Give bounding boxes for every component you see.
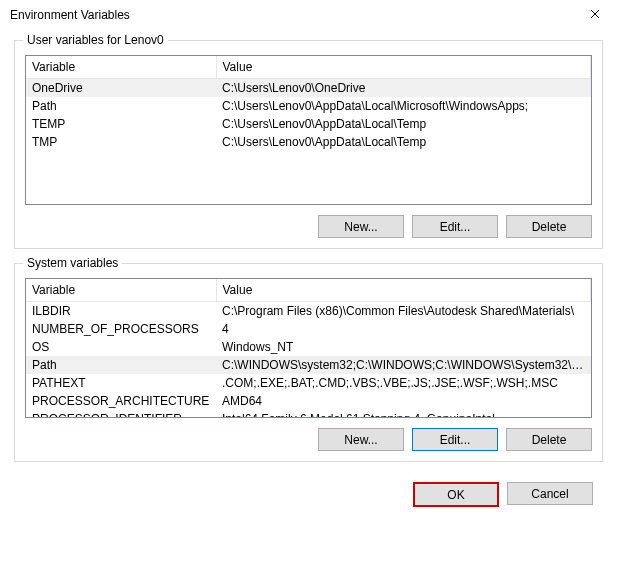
user-group-label: User variables for Lenov0 xyxy=(23,33,168,47)
table-row[interactable]: TMPC:\Users\Lenov0\AppData\Local\Temp xyxy=(26,133,591,151)
table-row[interactable]: ILBDIRC:\Program Files (x86)\Common File… xyxy=(26,302,591,321)
cell-value: Windows_NT xyxy=(216,338,591,356)
column-header-variable[interactable]: Variable xyxy=(26,279,216,302)
cell-variable: OneDrive xyxy=(26,79,216,98)
column-header-value[interactable]: Value xyxy=(216,279,591,302)
cell-value: C:\Users\Lenov0\AppData\Local\Temp xyxy=(216,133,591,151)
cell-value: C:\Program Files (x86)\Common Files\Auto… xyxy=(216,302,591,321)
table-row[interactable]: PROCESSOR_ARCHITECTUREAMD64 xyxy=(26,392,591,410)
table-row[interactable]: PROCESSOR_IDENTIFIERIntel64 Family 6 Mod… xyxy=(26,410,591,418)
column-header-value[interactable]: Value xyxy=(216,56,591,79)
system-buttons-row: New... Edit... Delete xyxy=(25,428,592,451)
system-variables-table[interactable]: Variable Value ILBDIRC:\Program Files (x… xyxy=(25,278,592,418)
user-variables-group: User variables for Lenov0 Variable Value… xyxy=(14,40,603,249)
user-new-button[interactable]: New... xyxy=(318,215,404,238)
window-title: Environment Variables xyxy=(10,8,572,22)
cancel-button[interactable]: Cancel xyxy=(507,482,593,505)
cell-variable: TMP xyxy=(26,133,216,151)
table-row[interactable]: PathC:\Users\Lenov0\AppData\Local\Micros… xyxy=(26,97,591,115)
cell-value: C:\WINDOWS\system32;C:\WINDOWS;C:\WINDOW… xyxy=(216,356,591,374)
table-row[interactable]: PATHEXT.COM;.EXE;.BAT;.CMD;.VBS;.VBE;.JS… xyxy=(26,374,591,392)
ok-button[interactable]: OK xyxy=(413,482,499,507)
cell-variable: ILBDIR xyxy=(26,302,216,321)
cell-value: C:\Users\Lenov0\AppData\Local\Temp xyxy=(216,115,591,133)
cell-variable: PATHEXT xyxy=(26,374,216,392)
dialog-buttons-row: OK Cancel xyxy=(0,476,617,521)
table-row[interactable]: PathC:\WINDOWS\system32;C:\WINDOWS;C:\WI… xyxy=(26,356,591,374)
system-delete-button[interactable]: Delete xyxy=(506,428,592,451)
table-row[interactable]: TEMPC:\Users\Lenov0\AppData\Local\Temp xyxy=(26,115,591,133)
table-row[interactable]: OSWindows_NT xyxy=(26,338,591,356)
cell-value: 4 xyxy=(216,320,591,338)
user-variables-table[interactable]: Variable Value OneDriveC:\Users\Lenov0\O… xyxy=(25,55,592,205)
system-new-button[interactable]: New... xyxy=(318,428,404,451)
cell-variable: PROCESSOR_ARCHITECTURE xyxy=(26,392,216,410)
column-header-variable[interactable]: Variable xyxy=(26,56,216,79)
system-edit-button[interactable]: Edit... xyxy=(412,428,498,451)
cell-value: .COM;.EXE;.BAT;.CMD;.VBS;.VBE;.JS;.JSE;.… xyxy=(216,374,591,392)
system-variables-group: System variables Variable Value ILBDIRC:… xyxy=(14,263,603,462)
cell-variable: OS xyxy=(26,338,216,356)
table-row[interactable]: NUMBER_OF_PROCESSORS4 xyxy=(26,320,591,338)
user-delete-button[interactable]: Delete xyxy=(506,215,592,238)
close-icon xyxy=(590,8,600,22)
close-button[interactable] xyxy=(572,0,617,30)
dialog-content: User variables for Lenov0 Variable Value… xyxy=(0,30,617,462)
user-buttons-row: New... Edit... Delete xyxy=(25,215,592,238)
cell-value: C:\Users\Lenov0\AppData\Local\Microsoft\… xyxy=(216,97,591,115)
cell-variable: Path xyxy=(26,356,216,374)
cell-value: AMD64 xyxy=(216,392,591,410)
cell-variable: TEMP xyxy=(26,115,216,133)
table-row[interactable]: OneDriveC:\Users\Lenov0\OneDrive xyxy=(26,79,591,98)
cell-value: Intel64 Family 6 Model 61 Stepping 4, Ge… xyxy=(216,410,591,418)
system-group-label: System variables xyxy=(23,256,122,270)
cell-value: C:\Users\Lenov0\OneDrive xyxy=(216,79,591,98)
cell-variable: PROCESSOR_IDENTIFIER xyxy=(26,410,216,418)
cell-variable: Path xyxy=(26,97,216,115)
cell-variable: NUMBER_OF_PROCESSORS xyxy=(26,320,216,338)
user-edit-button[interactable]: Edit... xyxy=(412,215,498,238)
titlebar: Environment Variables xyxy=(0,0,617,30)
